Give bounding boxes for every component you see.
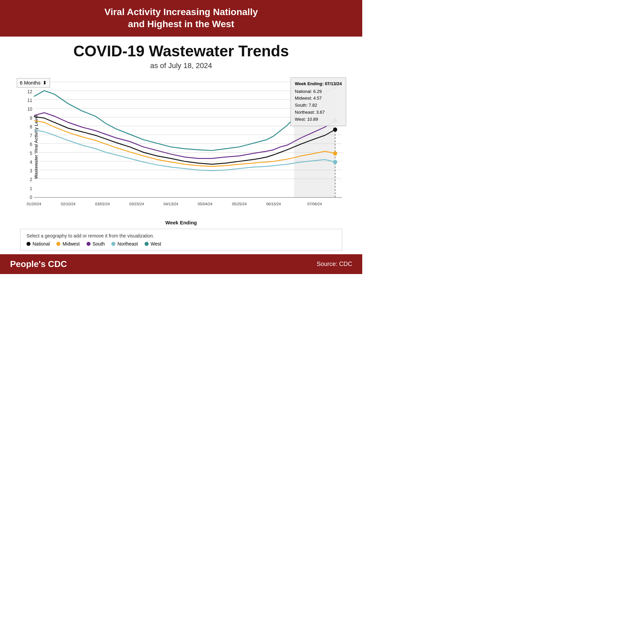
line-west (34, 87, 335, 150)
dot-northeast (333, 160, 337, 164)
svg-text:11: 11 (27, 98, 32, 103)
legend-dot-midwest (56, 242, 60, 246)
footer-source: Source: CDC (317, 261, 352, 268)
legend-label-northeast: Northeast (117, 241, 138, 247)
svg-text:06/15/24: 06/15/24 (266, 202, 281, 206)
footer-banner: People's CDC Source: CDC (0, 254, 362, 274)
legend-item-south[interactable]: South (87, 241, 105, 247)
subtitle: as of July 18, 2024 (3, 61, 359, 70)
svg-text:4: 4 (30, 159, 33, 164)
dot-national (333, 127, 337, 132)
chart-container: Wastewater Viral Activity Level 6 Months… (13, 75, 349, 219)
tooltip-national: National: 6.29 (295, 88, 342, 95)
svg-text:10: 10 (27, 107, 32, 112)
svg-text:05/25/24: 05/25/24 (232, 202, 247, 206)
svg-text:9: 9 (30, 115, 32, 120)
svg-text:2: 2 (30, 177, 32, 182)
header-title: Viral Activity Increasing Nationally and… (7, 6, 356, 31)
svg-text:8: 8 (30, 124, 32, 129)
main-title: COVID-19 Wastewater Trends (3, 42, 359, 60)
legend-item-northeast[interactable]: Northeast (111, 241, 138, 247)
footer-logo: People's CDC (10, 259, 67, 269)
svg-text:01/20/24: 01/20/24 (26, 202, 41, 206)
x-axis-title: Week Ending (0, 220, 362, 225)
tooltip-west: West: 10.89 (295, 116, 342, 123)
tooltip-box: Week Ending: 07/13/24 National: 6.29 Mid… (290, 77, 346, 126)
main-title-section: COVID-19 Wastewater Trends as of July 18… (0, 37, 362, 71)
legend-dot-south (87, 242, 91, 246)
legend-label-south: South (93, 241, 105, 247)
legend-box: Select a geography to add or remove it f… (20, 229, 342, 251)
legend-dot-northeast (111, 242, 115, 246)
legend-item-midwest[interactable]: Midwest (56, 241, 79, 247)
tooltip-midwest: Midwest: 4.57 (295, 95, 342, 102)
header-banner: Viral Activity Increasing Nationally and… (0, 0, 362, 37)
tooltip-south: South: 7.82 (295, 102, 342, 109)
legend-dot-west (145, 242, 149, 246)
dot-midwest (333, 151, 337, 156)
legend-label-national: National (33, 241, 50, 247)
svg-text:04/13/24: 04/13/24 (164, 202, 178, 206)
legend-dot-national (26, 242, 31, 246)
chevron-icon: ⬍ (43, 80, 47, 86)
svg-text:6: 6 (30, 142, 32, 147)
svg-text:0: 0 (30, 195, 33, 200)
svg-text:12: 12 (27, 89, 32, 94)
legend-item-national[interactable]: National (26, 241, 50, 247)
tooltip-northeast: Northeast: 3.67 (295, 109, 342, 116)
svg-text:05/04/24: 05/04/24 (198, 202, 213, 206)
svg-text:03/02/24: 03/02/24 (95, 202, 110, 206)
svg-text:02/10/24: 02/10/24 (61, 202, 75, 206)
legend-items: National Midwest South Northeast West (26, 241, 336, 247)
svg-text:5: 5 (30, 151, 32, 156)
svg-text:03/23/24: 03/23/24 (129, 202, 144, 206)
legend-item-west[interactable]: West (145, 241, 161, 247)
svg-text:07/06/24: 07/06/24 (307, 202, 322, 206)
svg-text:1: 1 (30, 186, 32, 191)
time-selector[interactable]: 6 Months ⬍ (17, 78, 50, 88)
time-selector-value: 6 Months (20, 80, 41, 86)
legend-label-midwest: Midwest (62, 241, 79, 247)
legend-instruction: Select a geography to add or remove it f… (26, 233, 336, 238)
svg-text:3: 3 (30, 168, 32, 173)
tooltip-title: Week Ending: 07/13/24 (295, 80, 342, 88)
legend-label-west: West (151, 241, 161, 247)
svg-text:7: 7 (30, 133, 32, 138)
